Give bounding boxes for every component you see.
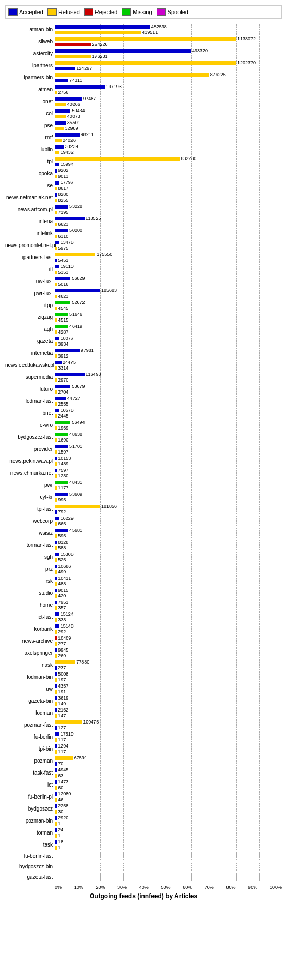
row-label: prz bbox=[5, 566, 55, 572]
bar-value-1: 1294 bbox=[58, 743, 68, 749]
bar-value-1: 12080 bbox=[58, 791, 71, 797]
bar-area: 564941969 bbox=[55, 420, 282, 431]
grid-line bbox=[282, 755, 282, 766]
bar-segment-primary bbox=[55, 457, 57, 460]
bar-segment-primary bbox=[55, 648, 57, 652]
bar-value-2: 124297 bbox=[76, 66, 92, 71]
bar-value-2: 147 bbox=[58, 713, 66, 718]
grid-line bbox=[282, 336, 282, 347]
bar-area: 486381690 bbox=[55, 432, 282, 443]
bar-segment-secondary bbox=[55, 43, 91, 46]
bar-value-2: 1969 bbox=[58, 425, 68, 431]
bar-segment-secondary bbox=[55, 702, 57, 706]
table-row: uw-fast568295016 bbox=[5, 276, 282, 287]
bar-segment-secondary bbox=[55, 522, 57, 526]
bar-value-1: 35501 bbox=[67, 120, 80, 125]
grid-line bbox=[282, 432, 282, 443]
table-row: newsfeed.lukawski.pl244753314 bbox=[5, 360, 282, 371]
row-label: axelspringer bbox=[5, 650, 55, 656]
bar-value-1: 17797 bbox=[61, 180, 74, 185]
bar-segment-secondary bbox=[55, 163, 59, 166]
bar-value-1: 18 bbox=[58, 839, 63, 844]
bar-area: 101531489 bbox=[55, 456, 282, 467]
grid-line bbox=[282, 408, 282, 419]
row-label: ipartners bbox=[5, 63, 55, 68]
bar-segment-primary bbox=[55, 672, 57, 676]
bar-area: 191105353 bbox=[55, 264, 282, 275]
bar-area: 516464515 bbox=[55, 312, 282, 323]
bar-area: 9748740266 bbox=[55, 96, 282, 107]
bar-value-1: 116498 bbox=[86, 372, 101, 377]
bar-segment-primary bbox=[55, 193, 57, 197]
row-label: torman bbox=[5, 830, 55, 836]
bar-segment-primary bbox=[55, 840, 57, 844]
bar-segment-secondary bbox=[55, 774, 57, 778]
bar-segment-secondary bbox=[55, 762, 57, 766]
bar-area: 3550132989 bbox=[55, 120, 282, 131]
bar-area: 5008197 bbox=[55, 671, 282, 682]
row-label: nask bbox=[5, 662, 55, 668]
bar-value-1: 482538 bbox=[151, 24, 167, 29]
table-row: silweb1138072224226 bbox=[5, 36, 282, 47]
table-row: pwr-fast1856834623 bbox=[5, 288, 282, 299]
bar-segment-secondary bbox=[55, 103, 66, 106]
bar-area: 4357191 bbox=[55, 683, 282, 694]
bar-value-1: 175550 bbox=[97, 252, 112, 257]
bar-segment-primary bbox=[55, 589, 57, 592]
grid-line bbox=[282, 444, 282, 455]
grid-line bbox=[282, 623, 282, 634]
bar-segment-primary bbox=[55, 229, 68, 232]
row-label: cyf-kr bbox=[5, 494, 55, 500]
row-label: wsisiz bbox=[5, 530, 55, 536]
bar-segment-secondary bbox=[55, 211, 57, 214]
bar-area: 181 bbox=[55, 839, 282, 850]
bar-segment-primary bbox=[55, 349, 80, 352]
bar-area: 536792704 bbox=[55, 384, 282, 395]
bar-segment-secondary bbox=[55, 55, 91, 58]
row-label: task bbox=[5, 842, 55, 848]
bar-value-2: 3912 bbox=[58, 353, 68, 359]
row-label: fu-berlin-fast bbox=[5, 853, 55, 859]
row-label: provider bbox=[5, 446, 55, 452]
bar-value-1: 4945 bbox=[58, 767, 68, 773]
bar-segment-primary bbox=[55, 624, 59, 628]
bar-value-1: 118525 bbox=[86, 216, 101, 221]
grid-line bbox=[282, 587, 282, 598]
bar-segment-primary bbox=[55, 565, 57, 568]
row-label: lodman-fast bbox=[5, 398, 55, 404]
table-row: futuro536792704 bbox=[5, 384, 282, 395]
legend-label: Rejected bbox=[95, 9, 117, 15]
bar-value-2: 2704 bbox=[58, 389, 68, 395]
row-label: bydgoszcz-fast bbox=[5, 434, 55, 440]
bar-segment-secondary bbox=[55, 786, 57, 790]
table-row: lodman2162147 bbox=[5, 707, 282, 718]
bar-segment-primary bbox=[55, 205, 68, 209]
bar-segment-primary bbox=[55, 313, 68, 316]
bar-segment-secondary bbox=[55, 271, 57, 274]
bar-segment-secondary bbox=[55, 151, 59, 154]
legend-item: Refused bbox=[47, 8, 80, 16]
grid-line bbox=[282, 468, 282, 479]
bar-segment-secondary bbox=[55, 618, 57, 622]
table-row: provider517011597 bbox=[5, 444, 282, 455]
grid-line bbox=[282, 312, 282, 323]
bar-segment-secondary bbox=[55, 139, 62, 142]
bar-segment-primary bbox=[55, 601, 57, 604]
bar-value-1: 18077 bbox=[61, 336, 74, 341]
bar-area: 1185256623 bbox=[55, 216, 282, 227]
grid-line bbox=[282, 48, 282, 59]
bar-segment-secondary bbox=[55, 594, 57, 598]
row-label: intelink bbox=[5, 230, 55, 236]
row-label: studio bbox=[5, 590, 55, 596]
bar-segment-primary bbox=[55, 636, 57, 640]
bar-value-1: 10411 bbox=[58, 575, 71, 581]
bar-segment-primary bbox=[55, 493, 68, 496]
bar-value-2: 4545 bbox=[58, 305, 68, 311]
bar-segment-secondary bbox=[55, 834, 57, 838]
row-label: silweb bbox=[5, 39, 55, 44]
bar-segment-primary bbox=[55, 780, 57, 784]
table-row: bydgoszcz-bin bbox=[5, 862, 282, 871]
table-row: agh464194287 bbox=[5, 324, 282, 335]
grid-line bbox=[282, 852, 282, 860]
bar-value-1: 17519 bbox=[61, 731, 74, 737]
